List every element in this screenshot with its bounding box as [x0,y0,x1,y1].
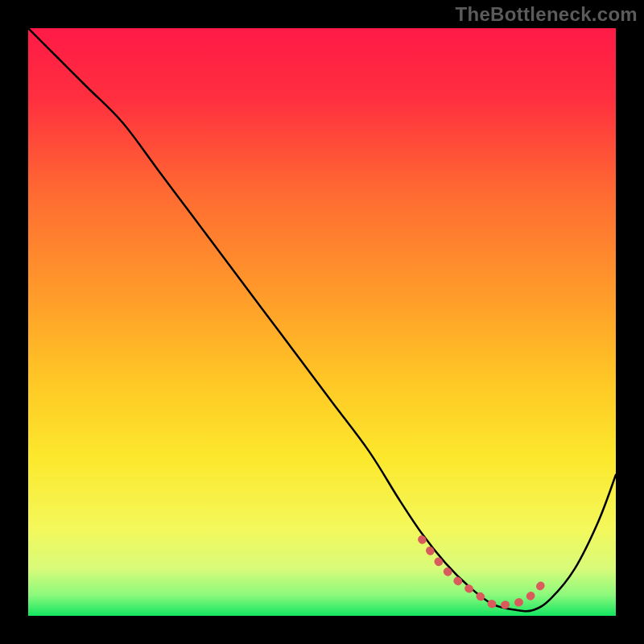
gradient-background [28,28,616,616]
svg-rect-0 [28,28,616,616]
watermark-text: TheBottleneck.com [456,3,638,26]
plot-area [28,28,616,616]
chart-container: TheBottleneck.com [0,0,644,644]
